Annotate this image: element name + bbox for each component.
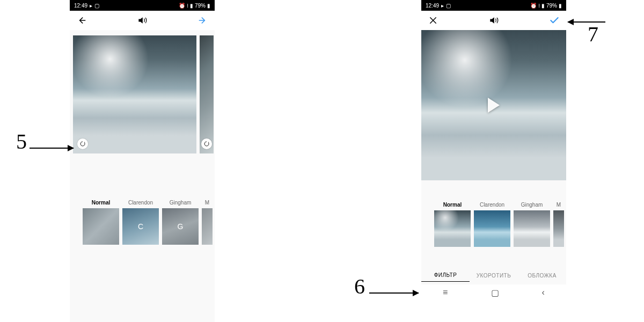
filter-item-more[interactable]: M [202,200,213,245]
video-icon: ▸ [90,3,92,9]
tab-cover[interactable]: ОБЛОЖКА [518,269,566,282]
filter-label: M [202,200,213,206]
image-icon: ▢ [446,3,451,9]
alarm-icon: ⏰ [530,3,537,9]
image-icon: ▢ [94,3,99,9]
filter-label: Gingham [514,202,550,208]
filter-preview: G [162,208,199,245]
filter-item-gingham[interactable]: Gingham G [162,200,199,245]
filter-preview [434,210,471,247]
status-time: 12:49 [426,3,439,9]
annotation-7: 7 [588,21,598,47]
confirm-check-icon[interactable] [549,15,560,26]
nav-back-icon[interactable]: ‹ [542,288,545,297]
back-arrow-icon[interactable] [76,15,87,26]
spacer [421,250,566,266]
annotation-5-arrow [30,148,74,149]
filter-label: Normal [434,202,471,208]
status-time: 12:49 [74,3,87,9]
wifi-icon: ⁞ [187,3,188,9]
media-thumbnail-2[interactable] [200,35,214,153]
video-preview[interactable] [421,30,566,180]
phone-screen-b: 12:49 ▸ ▢ ⏰ ⁞ ▮ 79% ▮ Normal [421,0,566,301]
filter-item-clarendon[interactable]: Clarendon [474,202,510,247]
phone-screen-a: 12:49 ▸ ▢ ⏰ ⁞ ▮ 79% ▮ [70,0,215,322]
filter-preview: C [122,208,159,245]
filter-label: M [553,202,564,208]
app-header [421,11,566,30]
battery-icon: ▮ [559,3,562,9]
next-arrow-icon[interactable] [197,15,208,26]
close-icon[interactable] [428,15,438,26]
media-preview-area [70,30,215,157]
filter-label: Normal [83,200,119,206]
filter-strip: Normal Clarendon Gingham M [421,180,566,250]
video-icon: ▸ [441,3,444,9]
filter-item-more[interactable]: M [553,202,564,247]
filter-preview [553,210,564,247]
spacer [70,248,215,322]
tab-trim[interactable]: УКОРОТИТЬ [470,269,518,282]
alarm-icon: ⏰ [179,3,185,9]
annotation-7-arrow [568,21,605,23]
filter-preview [83,208,119,245]
sound-icon[interactable] [137,15,148,26]
status-bar: 12:49 ▸ ▢ ⏰ ⁞ ▮ 79% ▮ [70,0,215,11]
filter-item-clarendon[interactable]: Clarendon C [122,200,159,245]
filter-preview [474,210,510,247]
annotation-5: 5 [16,129,27,154]
battery-text: 79% [195,3,206,9]
wifi-icon: ⁞ [538,3,540,9]
signal-icon: ▮ [190,3,193,9]
filter-item-normal[interactable]: Normal [434,202,471,247]
sound-icon[interactable] [488,15,499,26]
filter-label: Clarendon [122,200,159,206]
edit-tabs: ФИЛЬТР УКОРОТИТЬ ОБЛОЖКА [421,266,566,284]
filter-preview [202,208,213,245]
filter-label: Gingham [162,200,199,206]
battery-icon: ▮ [207,3,210,9]
boomerang-badge-icon[interactable] [77,138,88,149]
signal-icon: ▮ [541,3,545,9]
filter-item-gingham[interactable]: Gingham [514,202,550,247]
recent-apps-icon[interactable]: ≡ [443,288,448,297]
filter-preview [514,210,550,247]
media-thumbnail-1[interactable] [73,35,196,153]
annotation-number: 6 [354,274,365,299]
battery-text: 79% [546,3,557,9]
filter-label: Clarendon [474,202,510,208]
annotation-6: 6 [354,274,365,299]
app-header [70,11,215,30]
filter-item-normal[interactable]: Normal [83,200,119,245]
android-navbar: ≡ ▢ ‹ [421,284,566,301]
status-bar: 12:49 ▸ ▢ ⏰ ⁞ ▮ 79% ▮ [421,0,566,11]
annotation-number: 5 [16,129,27,154]
annotation-6-arrow [369,292,419,294]
home-icon[interactable]: ▢ [491,288,499,298]
boomerang-badge-icon[interactable] [201,138,212,149]
annotation-number: 7 [588,21,598,47]
play-icon[interactable] [488,98,500,113]
tab-filter[interactable]: ФИЛЬТР [421,269,470,282]
filter-strip: Normal Clarendon C Gingham G M [70,157,215,248]
